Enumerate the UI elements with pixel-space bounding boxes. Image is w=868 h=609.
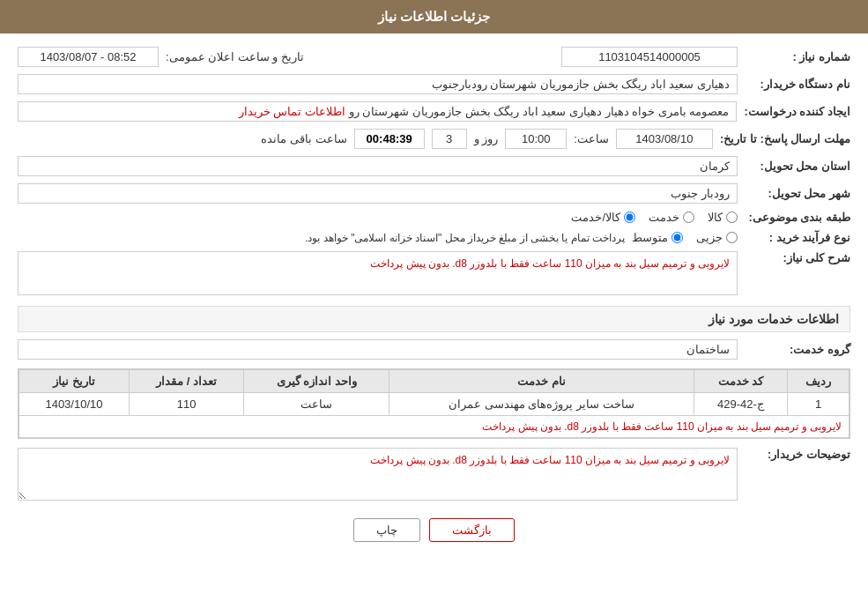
category-goods-label: کالا <box>708 211 723 224</box>
province-value: کرمان <box>18 156 738 176</box>
creator-text: معصومه بامری خواه دهیار دهیاری سعید اباد… <box>349 105 730 118</box>
buyer-note-textarea[interactable] <box>18 448 738 501</box>
buyer-row: نام دستگاه خریدار: دهیاری سعید اباد ریگک… <box>18 74 850 94</box>
col-header-name: نام خدمت <box>389 370 694 393</box>
print-button[interactable]: چاپ <box>353 518 420 542</box>
process-partial-label: جزیی <box>696 231 723 244</box>
services-section-title: اطلاعات خدمات مورد نیاز <box>18 306 850 332</box>
process-radio-partial[interactable] <box>726 232 738 243</box>
process-option-partial: جزیی <box>696 231 738 244</box>
deadline-row: مهلت ارسال پاسخ: تا تاریخ: 1403/08/10 سا… <box>18 129 850 149</box>
back-button[interactable]: بازگشت <box>429 518 515 542</box>
service-group-row: گروه خدمت: ساختمان <box>18 339 850 360</box>
reply-date-value: 1403/08/10 <box>616 129 713 149</box>
category-radio-service[interactable] <box>683 212 694 223</box>
process-radio-medium[interactable] <box>671 232 683 243</box>
col-header-code: کد خدمت <box>694 370 787 393</box>
date-time-label: تاریخ و ساعت اعلان عمومی: <box>166 50 304 63</box>
creator-value: معصومه بامری خواه دهیار دهیاری سعید اباد… <box>18 101 737 122</box>
city-label: شهر محل تحویل: <box>745 187 850 200</box>
description-row: شرح کلی نیاز: <box>18 251 850 295</box>
services-table-container: ردیف کد خدمت نام خدمت واحد اندازه گیری ت… <box>18 368 850 439</box>
services-table: ردیف کد خدمت نام خدمت واحد اندازه گیری ت… <box>19 369 849 438</box>
cell-code: ج-42-429 <box>694 393 787 416</box>
category-both-label: کالا/خدمت <box>571 211 620 224</box>
service-group-label: گروه خدمت: <box>745 343 850 356</box>
category-option-goods: کالا <box>708 211 738 224</box>
creator-contact-link[interactable]: اطلاعات تماس خریدار <box>239 105 345 118</box>
creator-row: ایجاد کننده درخواست: معصومه بامری خواه د… <box>18 101 850 122</box>
process-note: پرداخت تمام یا بخشی از مبلغ خریداز محل "… <box>305 232 625 244</box>
buyer-note-label: توضیحات خریدار: <box>745 448 850 461</box>
need-number-label: شماره نیاز : <box>745 50 850 63</box>
process-row: نوع فرآیند خرید : جزیی متوسط پرداخت تمام… <box>18 231 850 244</box>
creator-label: ایجاد کننده درخواست: <box>744 105 850 118</box>
description-label: شرح کلی نیاز: <box>745 251 850 264</box>
table-header-row: ردیف کد خدمت نام خدمت واحد اندازه گیری ت… <box>19 370 849 393</box>
city-value: رودبار جنوب <box>18 183 738 204</box>
buyer-note-row: توضیحات خریدار: <box>18 448 850 501</box>
category-option-service: خدمت <box>649 211 694 224</box>
reply-remaining-label: ساعت باقی مانده <box>261 132 346 145</box>
category-service-label: خدمت <box>649 211 679 224</box>
table-desc-row: لایروبی و ترمیم سیل بند به میزان 110 ساع… <box>19 416 849 438</box>
category-radio-both[interactable] <box>624 212 635 223</box>
content-area: شماره نیاز : 1103104514000005 تاریخ و سا… <box>0 33 868 568</box>
need-number-value: 1103104514000005 <box>561 47 738 67</box>
service-group-value: ساختمان <box>18 339 738 360</box>
process-radio-group: جزیی متوسط <box>632 231 738 244</box>
reply-deadline-label: مهلت ارسال پاسخ: تا تاریخ: <box>720 132 850 145</box>
city-row: شهر محل تحویل: رودبار جنوب <box>18 183 850 204</box>
process-option-medium: متوسط <box>632 231 683 244</box>
button-row: بازگشت چاپ <box>18 518 850 555</box>
col-header-unit: واحد اندازه گیری <box>244 370 389 393</box>
process-label: نوع فرآیند خرید : <box>745 231 850 244</box>
col-header-date: تاریخ نیاز <box>19 370 130 393</box>
table-desc-cell: لایروبی و ترمیم سیل بند به میزان 110 ساع… <box>19 416 849 438</box>
cell-unit: ساعت <box>244 393 389 416</box>
buyer-value: دهیاری سعید اباد ریگک بخش جازموریان شهرس… <box>18 74 738 94</box>
reply-remaining-value: 00:48:39 <box>354 129 425 149</box>
col-header-qty: تعداد / مقدار <box>129 370 244 393</box>
province-label: استان محل تحویل: <box>745 160 850 173</box>
reply-time-value: 10:00 <box>505 129 567 149</box>
date-time-value: 1403/08/07 - 08:52 <box>18 47 159 67</box>
cell-row: 1 <box>788 393 849 416</box>
description-textarea[interactable] <box>18 251 738 295</box>
page-container: جزئیات اطلاعات نیاز شماره نیاز : 1103104… <box>0 0 868 609</box>
page-title: جزئیات اطلاعات نیاز <box>378 9 490 24</box>
cell-name: ساخت سایر پروژه‌های مهندسی عمران <box>389 393 694 416</box>
category-label: طبقه بندی موضوعی: <box>745 211 850 224</box>
need-number-row: شماره نیاز : 1103104514000005 تاریخ و سا… <box>18 47 850 67</box>
category-row: طبقه بندی موضوعی: کالا خدمت کالا/خدمت <box>18 211 850 224</box>
buyer-label: نام دستگاه خریدار: <box>745 78 850 91</box>
category-radio-group: کالا خدمت کالا/خدمت <box>571 211 738 224</box>
reply-time-label: ساعت: <box>574 132 609 145</box>
process-medium-label: متوسط <box>632 231 668 244</box>
page-header: جزئیات اطلاعات نیاز <box>0 0 868 33</box>
reply-days-label: روز و <box>474 132 499 145</box>
province-row: استان محل تحویل: کرمان <box>18 156 850 176</box>
category-radio-goods[interactable] <box>726 212 738 223</box>
reply-days-value: 3 <box>432 129 467 149</box>
col-header-row: ردیف <box>788 370 849 393</box>
category-option-both: کالا/خدمت <box>571 211 635 224</box>
cell-date: 1403/10/10 <box>19 393 130 416</box>
table-row: 1 ج-42-429 ساخت سایر پروژه‌های مهندسی عم… <box>19 393 849 416</box>
cell-qty: 110 <box>129 393 244 416</box>
